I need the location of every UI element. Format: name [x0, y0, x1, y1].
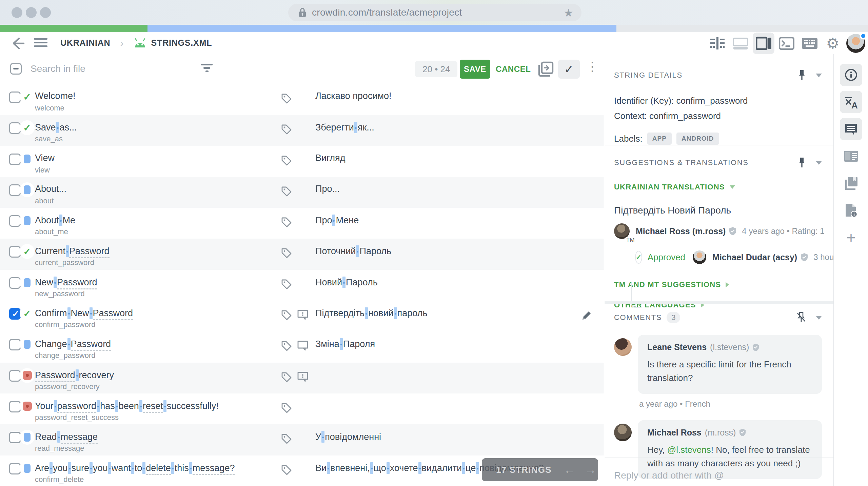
tag-icon[interactable] [281, 433, 292, 445]
pin-icon[interactable] [797, 157, 806, 168]
ukrainian-translations-link[interactable]: UKRAINIAN TRANSLATIONS [614, 183, 735, 191]
console-button[interactable] [776, 33, 797, 54]
tag-icon[interactable] [281, 124, 292, 135]
approve-check-button[interactable]: ✓ [558, 60, 580, 79]
info-tab-icon[interactable] [840, 64, 862, 86]
row-checkbox[interactable] [9, 370, 21, 382]
commenter-avatar[interactable] [614, 424, 632, 441]
cancel-button[interactable]: CANCEL [496, 60, 531, 79]
source-text[interactable]: ChangePassword [35, 338, 111, 350]
glossary-tab-icon[interactable] [840, 172, 862, 195]
translation-text[interactable]: Ласкаво просимо! [315, 91, 392, 101]
string-row[interactable]: View view Вигляд [0, 146, 604, 177]
breadcrumb-language[interactable]: UKRAINIAN [60, 38, 110, 48]
translations-tab-icon[interactable]: A [840, 91, 862, 113]
keyboard-shortcuts-button[interactable] [799, 33, 821, 54]
string-row[interactable]: AboutMe about_me ПроМене [0, 208, 604, 239]
string-row[interactable]: ✓ Welcome! welcome Ласкаво просимо! [0, 84, 604, 115]
source-text[interactable]: AboutMe [35, 215, 75, 226]
right-panel-view-button[interactable] [753, 33, 774, 54]
unpin-icon[interactable] [796, 312, 806, 323]
string-row[interactable]: NewPassword new_password НовийПароль [0, 270, 604, 301]
row-checkbox[interactable] [9, 339, 21, 350]
string-row[interactable]: ✓ CurrentPassword current_password Поточ… [0, 239, 604, 269]
row-checkbox[interactable] [9, 401, 21, 412]
window-close-button[interactable] [12, 7, 22, 18]
main-menu-button[interactable] [34, 38, 47, 49]
translation-text[interactable]: Уповідомленні [315, 431, 381, 443]
tag-icon[interactable] [281, 279, 292, 290]
tag-icon[interactable] [281, 217, 292, 228]
filter-icon[interactable] [201, 64, 213, 74]
source-text[interactable]: Readmessage [35, 431, 98, 443]
row-checkbox[interactable] [9, 122, 21, 134]
mention-link[interactable]: @l.stevens [667, 445, 711, 455]
source-text[interactable]: CurrentPassword [35, 245, 110, 257]
previous-page-arrow[interactable]: ← [564, 463, 575, 477]
translation-text[interactable]: Вигляд [315, 153, 345, 163]
translation-text[interactable]: Зберегтияк... [315, 122, 374, 133]
next-page-arrow[interactable]: → [585, 463, 596, 477]
tag-icon[interactable] [281, 464, 292, 476]
translation-text[interactable]: Підтвердітьновийпароль [315, 307, 428, 319]
pin-icon[interactable] [797, 69, 806, 81]
translation-text[interactable]: Про... [315, 184, 340, 194]
source-text[interactable]: NewPassword [35, 277, 97, 288]
string-row[interactable]: ✓ ConfirmNewPassword confirm_password Пі… [0, 301, 604, 331]
tag-icon[interactable] [281, 340, 292, 352]
row-checkbox[interactable] [9, 463, 21, 474]
bookmark-star-icon[interactable]: ★ [564, 6, 573, 19]
tag-icon[interactable] [281, 247, 292, 259]
row-checkbox[interactable] [9, 92, 21, 103]
source-text[interactable]: Saveas... [35, 122, 77, 133]
row-checkbox[interactable] [9, 154, 21, 165]
row-checkbox[interactable] [9, 246, 21, 258]
translation-text[interactable]: ПроМене [315, 215, 359, 226]
source-text[interactable]: ConfirmNewPassword [35, 307, 133, 319]
copy-source-icon[interactable] [538, 61, 554, 77]
approver-avatar[interactable] [693, 250, 706, 264]
tag-icon[interactable] [281, 186, 292, 197]
string-row[interactable]: Readmessage read_message Уповідомленні [0, 424, 604, 455]
row-checkbox[interactable] [9, 184, 21, 196]
tag-icon[interactable] [281, 402, 292, 414]
breadcrumb-file[interactable]: STRINGS.XML [151, 38, 212, 48]
source-text[interactable]: Areyousureyouwanttodeletethismessage? [35, 462, 235, 474]
window-minimize-button[interactable] [26, 7, 37, 18]
string-row[interactable]: About... about Про... [0, 177, 604, 208]
address-bar[interactable]: crowdin.com/translate/acmeproject ★ [288, 4, 581, 21]
reply-input[interactable] [614, 470, 817, 481]
string-row[interactable]: ChangePassword change_password ЗмінаПаро… [0, 331, 604, 362]
comment-icon[interactable] [297, 340, 309, 351]
window-zoom-button[interactable] [40, 7, 51, 18]
translation-text[interactable]: НовийПароль [315, 277, 378, 288]
user-avatar[interactable] [845, 33, 867, 54]
back-button[interactable] [9, 35, 26, 52]
source-text[interactable]: View [35, 153, 55, 163]
comment-alert-icon[interactable] [297, 309, 309, 320]
save-button[interactable]: SAVE [460, 60, 490, 79]
approved-check-icon[interactable]: ✓ [635, 251, 642, 264]
source-text[interactable]: Welcome! [35, 91, 76, 101]
add-panel-tab-icon[interactable]: + [840, 226, 862, 249]
translation-text[interactable]: ПоточнийПароль [315, 245, 391, 257]
settings-gear-icon[interactable]: ⚙ [822, 33, 844, 54]
more-options-icon[interactable]: ⋮ [586, 59, 599, 74]
comment-alert-icon[interactable] [297, 371, 309, 382]
suggestion-author-name[interactable]: Michael Ross (m.ross) [636, 226, 726, 236]
select-all-checkbox[interactable] [10, 63, 22, 75]
commenter-avatar[interactable] [614, 338, 632, 356]
edit-pencil-icon[interactable] [580, 309, 593, 323]
row-checkbox[interactable] [9, 432, 21, 443]
tag-icon[interactable] [281, 309, 292, 321]
approver-name[interactable]: Michael Dudar (acsy) [712, 252, 797, 262]
source-text[interactable]: About... [35, 184, 66, 194]
comments-tab-icon[interactable] [840, 118, 862, 140]
translation-text[interactable]: ЗмінаПароля [315, 338, 375, 350]
string-row[interactable]: Yourpasswordhasbeenresetsuccessfully! pa… [0, 393, 604, 424]
string-row[interactable]: ✓ Saveas... save_as Зберегтияк... [0, 115, 604, 146]
suggestion-translation-text[interactable]: Підтвердіть Новий Пароль [614, 205, 822, 216]
source-text[interactable]: Passwordrecovery [35, 369, 114, 381]
collapse-caret-icon[interactable] [816, 74, 822, 77]
collapse-caret-icon[interactable] [816, 316, 822, 320]
